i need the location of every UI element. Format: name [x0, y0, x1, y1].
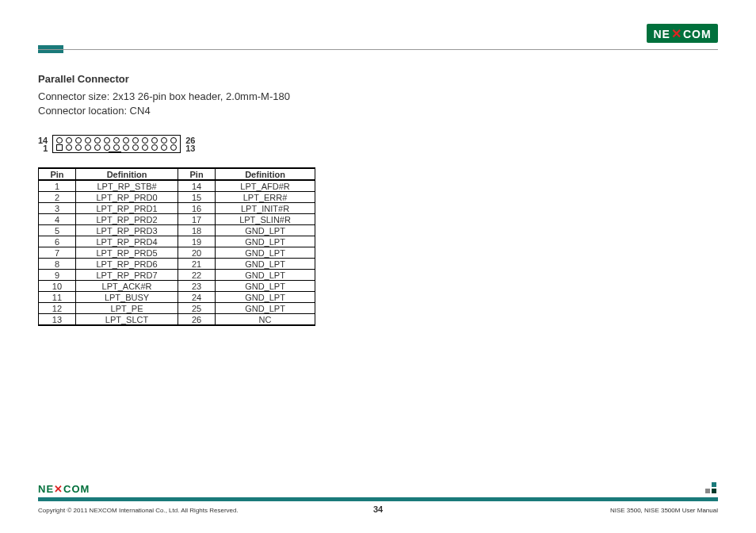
table-cell: 18	[178, 225, 216, 236]
table-cell: 2	[39, 192, 76, 203]
table-row: 13LPT_SLCT26NC	[39, 314, 315, 326]
pin-icon	[123, 144, 129, 151]
table-header-row: Pin Definition Pin Definition	[39, 168, 315, 180]
table-cell: LPT_RP_PRD4	[75, 236, 178, 247]
connector-key-notch	[109, 151, 121, 153]
table-cell: LPT_RP_PRD6	[75, 259, 178, 270]
pin-icon	[104, 144, 110, 151]
table-cell: 21	[178, 259, 216, 270]
pin-icon	[170, 137, 177, 144]
table-row: 3LPT_RP_PRD116LPT_INIT#R	[39, 203, 315, 214]
th-pin-right: Pin	[178, 168, 216, 180]
footer-copyright: Copyright © 2011 NEXCOM International Co…	[38, 507, 239, 514]
table-cell: 10	[39, 281, 76, 292]
table-cell: LPT_BUSY	[75, 292, 178, 303]
table-row: 1LPT_RP_STB#14LPT_AFD#R	[39, 180, 315, 192]
table-cell: GND_LPT	[216, 303, 315, 314]
pin-row-bottom	[56, 144, 177, 151]
pin-icon	[170, 144, 177, 151]
table-cell: LPT_SLCT	[75, 314, 178, 326]
table-row: 7LPT_RP_PRD520GND_LPT	[39, 247, 315, 259]
table-cell: 25	[178, 303, 216, 314]
table-cell: LPT_RP_STB#	[75, 180, 178, 192]
table-cell: LPT_SLIN#R	[216, 214, 315, 225]
pin-icon	[113, 144, 120, 151]
connector-box	[52, 135, 181, 153]
table-cell: 24	[178, 292, 216, 303]
table-cell: LPT_PE	[75, 303, 178, 314]
table-cell: GND_LPT	[216, 247, 315, 259]
table-cell: 9	[39, 270, 76, 281]
pin-icon	[66, 144, 72, 151]
pin-icon	[113, 137, 120, 144]
pin-icon	[161, 144, 167, 151]
table-cell: 12	[39, 303, 76, 314]
section-title: Parallel Connector	[38, 73, 718, 85]
pin1-icon	[56, 144, 63, 151]
table-row: 12LPT_PE25GND_LPT	[39, 303, 315, 314]
table-cell: 16	[178, 203, 216, 214]
brand-logo-top: NE✕COM	[647, 24, 718, 43]
brand-logo-footer: NE✕COM	[38, 483, 90, 495]
table-row: 5LPT_RP_PRD318GND_LPT	[39, 225, 315, 236]
table-cell: 6	[39, 236, 76, 247]
content-area: Parallel Connector Connector size: 2x13 …	[38, 73, 718, 326]
table-cell: 22	[178, 270, 216, 281]
pin-icon	[66, 137, 72, 144]
table-cell: 5	[39, 225, 76, 236]
pin-icon	[123, 137, 129, 144]
table-cell: 7	[39, 247, 76, 259]
table-cell: GND_LPT	[216, 236, 315, 247]
table-cell: NC	[216, 314, 315, 326]
table-cell: 1	[39, 180, 76, 192]
pin-icon	[94, 137, 101, 144]
table-cell: 15	[178, 192, 216, 203]
table-cell: 19	[178, 236, 216, 247]
connector-size-line: Connector size: 2x13 26-pin box header, …	[38, 90, 718, 104]
table-cell: GND_LPT	[216, 292, 315, 303]
pin-icon	[85, 137, 91, 144]
table-cell: 11	[39, 292, 76, 303]
pin-icon	[56, 137, 63, 144]
pin-icon	[85, 144, 91, 151]
pin-icon	[132, 144, 139, 151]
table-cell: LPT_RP_PRD1	[75, 203, 178, 214]
pin-icon	[132, 137, 139, 144]
table-row: 6LPT_RP_PRD419GND_LPT	[39, 236, 315, 247]
table-cell: 4	[39, 214, 76, 225]
table-cell: LPT_ERR#	[216, 192, 315, 203]
connector-diagram: 14 1	[38, 135, 718, 153]
connector-location-line: Connector location: CN4	[38, 104, 718, 118]
logo-x-icon: ✕	[670, 27, 683, 40]
table-cell: LPT_RP_PRD3	[75, 225, 178, 236]
pin-icon	[161, 137, 167, 144]
pin-icon	[75, 144, 82, 151]
table-row: 9LPT_RP_PRD722GND_LPT	[39, 270, 315, 281]
table-cell: LPT_RP_PRD7	[75, 270, 178, 281]
pin-icon	[142, 137, 148, 144]
table-row: 10LPT_ACK#R23GND_LPT	[39, 281, 315, 292]
table-cell: 14	[178, 180, 216, 192]
th-pin-left: Pin	[39, 168, 76, 180]
table-cell: LPT_RP_PRD0	[75, 192, 178, 203]
table-cell: GND_LPT	[216, 225, 315, 236]
decorative-squares-icon	[705, 482, 718, 495]
pin-row-top	[56, 137, 177, 144]
table-cell: 20	[178, 247, 216, 259]
pin-icon	[151, 144, 158, 151]
th-def-right: Definition	[216, 168, 315, 180]
table-cell: 23	[178, 281, 216, 292]
table-cell: LPT_RP_PRD5	[75, 247, 178, 259]
table-cell: GND_LPT	[216, 270, 315, 281]
table-cell: LPT_AFD#R	[216, 180, 315, 192]
pin-icon	[104, 137, 110, 144]
header-rule	[38, 49, 718, 50]
table-cell: LPT_INIT#R	[216, 203, 315, 214]
table-cell: 3	[39, 203, 76, 214]
table-cell: GND_LPT	[216, 259, 315, 270]
table-cell: 26	[178, 314, 216, 326]
pin-icon	[75, 137, 82, 144]
pin-definition-table: Pin Definition Pin Definition 1LPT_RP_ST…	[38, 167, 315, 326]
table-cell: GND_LPT	[216, 281, 315, 292]
table-row: 4LPT_RP_PRD217LPT_SLIN#R	[39, 214, 315, 225]
